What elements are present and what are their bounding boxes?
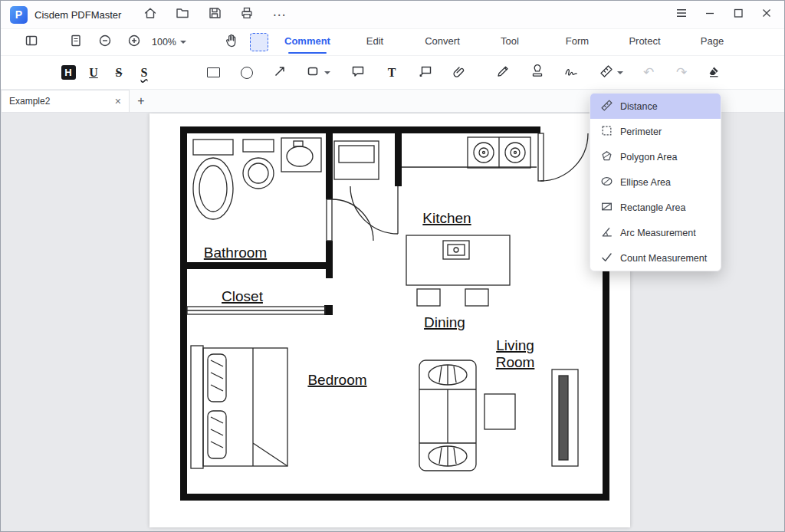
tab-convert[interactable]: Convert: [409, 28, 476, 56]
comment-toolbar: H U S S: [1, 56, 784, 90]
document-tab[interactable]: Example2 ×: [1, 90, 130, 112]
chevron-down-icon: [617, 71, 623, 74]
save-button[interactable]: [202, 4, 227, 25]
menu-item-distance[interactable]: Distance: [590, 94, 721, 119]
stamp-tool-button[interactable]: [526, 61, 549, 84]
perimeter-icon: [600, 124, 613, 140]
print-button[interactable]: [235, 4, 259, 25]
tab-form[interactable]: Form: [544, 28, 611, 56]
highlight-tool-button[interactable]: H: [57, 61, 80, 84]
menu-item-polygon-area[interactable]: Polygon Area: [590, 144, 721, 169]
note-tool-button[interactable]: [347, 61, 370, 84]
ellipse-tool-button[interactable]: [235, 61, 258, 84]
home-button[interactable]: [138, 4, 163, 25]
menu-item-label: Ellipse Area: [620, 177, 671, 188]
menu-item-perimeter[interactable]: Perimeter: [590, 119, 721, 144]
menu-item-arc-measurement[interactable]: Arc Measurement: [590, 220, 721, 245]
signature-icon: [563, 64, 579, 82]
underline-tool-button[interactable]: U: [82, 61, 105, 84]
app-title: Cisdem PDFMaster: [34, 9, 121, 21]
ribbon-tabs: Comment Edit Convert Tool Form Protect P…: [274, 28, 746, 56]
callout-tool-button[interactable]: [414, 61, 437, 84]
menu-item-label: Arc Measurement: [620, 228, 696, 238]
menu-item-count-measurement[interactable]: Count Measurement: [590, 245, 721, 271]
plus-icon: +: [137, 94, 144, 108]
minimize-button[interactable]: [697, 3, 723, 26]
room-label-dining: Dining: [424, 314, 465, 330]
undo-button[interactable]: ↶: [637, 61, 660, 84]
zoom-in-icon: [126, 33, 142, 51]
callout-icon: [418, 64, 433, 82]
ellipse-area-icon: [600, 175, 613, 190]
marquee-select-button[interactable]: [248, 31, 271, 53]
title-bar: P Cisdem PDFMaster ⋯: [1, 1, 784, 28]
zoom-out-button[interactable]: [94, 31, 117, 53]
floorplan-svg: Bathroom Kitchen Closet Dining Living Ro…: [149, 113, 630, 527]
squiggly-icon: S: [141, 66, 148, 80]
view-toolbar: 100% Comment Edit Convert Tool Form Prot…: [1, 28, 784, 56]
highlight-icon: H: [61, 65, 76, 80]
zoom-in-button[interactable]: [123, 31, 146, 53]
squiggly-tool-button[interactable]: S: [133, 61, 156, 84]
text-tool-button[interactable]: T: [380, 61, 403, 84]
room-label-bedroom: Bedroom: [307, 372, 366, 388]
hand-icon: [224, 33, 239, 51]
chevron-down-icon: [180, 41, 186, 44]
pencil-tool-button[interactable]: [491, 61, 514, 84]
arrow-icon: [272, 64, 287, 82]
sidebar-toggle-button[interactable]: [20, 31, 43, 53]
room-label-kitchen: Kitchen: [422, 210, 471, 226]
ruler-icon: [599, 64, 614, 82]
underline-icon: U: [89, 66, 98, 80]
ellipse-icon: [241, 67, 253, 79]
page-view-button[interactable]: [64, 31, 87, 53]
tab-comment[interactable]: Comment: [274, 28, 341, 56]
signature-tool-button[interactable]: [560, 61, 583, 84]
attachment-tool-button[interactable]: [448, 61, 471, 84]
redo-button[interactable]: ↷: [670, 61, 693, 84]
window-controls: [666, 3, 780, 26]
tab-edit[interactable]: Edit: [341, 28, 409, 56]
stamp-icon: [530, 64, 545, 82]
minimize-icon: [702, 5, 718, 24]
rectangle-tool-button[interactable]: [202, 61, 225, 84]
document-tab-title: Example2: [9, 96, 115, 107]
eraser-icon: [706, 64, 721, 82]
menu-item-rectangle-area[interactable]: Rectangle Area: [590, 195, 721, 220]
tab-protect[interactable]: Protect: [611, 28, 678, 56]
sidebar-panel-icon: [24, 33, 39, 51]
eraser-button[interactable]: [702, 61, 725, 84]
menu-item-label: Distance: [620, 101, 658, 112]
text-icon: T: [388, 66, 396, 80]
zoom-level-dropdown[interactable]: 100%: [152, 37, 186, 48]
hand-tool-button[interactable]: [220, 31, 243, 53]
app-window: P Cisdem PDFMaster ⋯: [0, 0, 785, 532]
rectangle-icon: [207, 67, 220, 77]
save-icon: [207, 5, 222, 24]
tab-tool[interactable]: Tool: [476, 28, 544, 56]
maximize-button[interactable]: [725, 3, 751, 26]
room-label-living-1: Living: [496, 337, 534, 353]
marquee-select-icon: [250, 33, 268, 51]
folder-icon: [175, 5, 190, 24]
menu-item-label: Rectangle Area: [620, 202, 685, 213]
chevron-down-icon: [324, 71, 330, 74]
strikeout-tool-button[interactable]: S: [107, 61, 130, 84]
zoom-level-value: 100%: [152, 37, 176, 48]
page-icon: [68, 33, 84, 51]
pdf-page[interactable]: Bathroom Kitchen Closet Dining Living Ro…: [149, 113, 630, 527]
home-icon: [143, 5, 158, 24]
more-menu-button[interactable]: ⋯: [267, 4, 291, 25]
new-tab-button[interactable]: +: [130, 90, 153, 112]
close-icon: [759, 5, 774, 24]
close-button[interactable]: [754, 3, 780, 26]
arrow-tool-button[interactable]: [268, 61, 291, 84]
shapes-tool-button[interactable]: [302, 61, 325, 84]
app-menu-button[interactable]: [668, 3, 695, 26]
undo-icon: ↶: [643, 64, 654, 80]
menu-item-ellipse-area[interactable]: Ellipse Area: [590, 169, 721, 195]
open-file-button[interactable]: [170, 4, 195, 25]
measure-tool-button[interactable]: [595, 61, 618, 84]
tab-close-icon[interactable]: ×: [115, 96, 121, 107]
tab-page[interactable]: Page: [678, 28, 746, 56]
